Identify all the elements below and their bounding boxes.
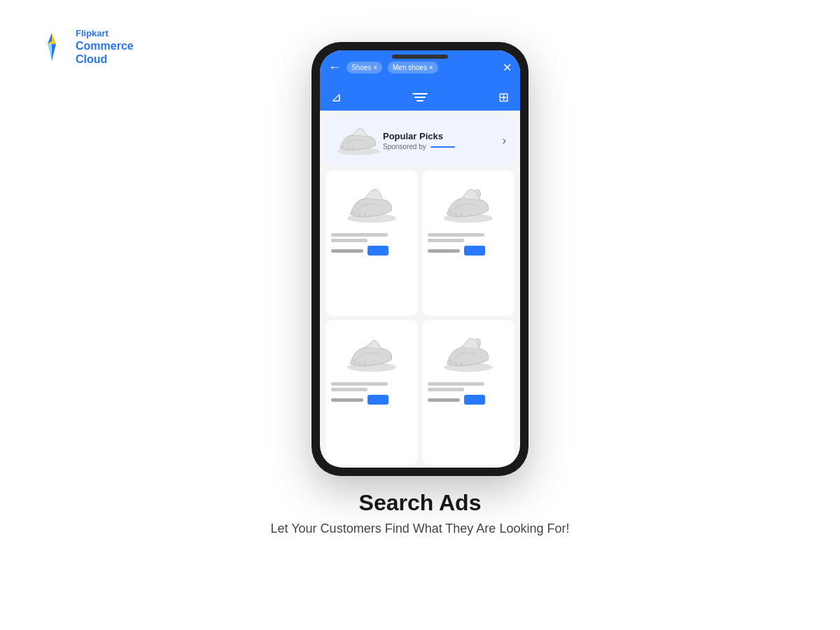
product-name-line-6 [331, 388, 368, 391]
tag-shoes[interactable]: Shoes × [346, 62, 382, 74]
svg-point-18 [353, 360, 356, 363]
tag-men-shoes[interactable]: Men shoes × [388, 62, 438, 74]
svg-point-14 [449, 211, 453, 214]
phone-outer: ← Shoes × Men shoes × ✕ ⊿ ⊞ [312, 42, 528, 476]
product-price-line-3 [331, 398, 363, 402]
svg-point-10 [353, 211, 356, 214]
svg-point-23 [454, 361, 458, 365]
product-price-badge-2 [464, 246, 485, 255]
product-shoe-1 [331, 176, 412, 229]
phone-notch [392, 55, 448, 59]
product-name-line-7 [428, 382, 484, 386]
close-icon[interactable]: ✕ [503, 61, 512, 74]
svg-point-22 [449, 360, 453, 363]
search-ads-subtitle: Let Your Customers Find What They Are Lo… [271, 522, 570, 536]
product-shoe-4 [428, 326, 509, 378]
filter-bar: ⊿ ⊞ [320, 84, 520, 111]
svg-point-6 [342, 146, 344, 148]
svg-point-20 [363, 362, 367, 365]
sponsored-label: Sponsored by [383, 143, 426, 150]
logo-cloud: Cloud [76, 52, 134, 66]
product-card-1[interactable] [326, 171, 418, 316]
product-price-line-4 [428, 398, 460, 402]
grid-icon[interactable]: ⊞ [498, 90, 509, 105]
product-name-line [331, 233, 388, 237]
svg-marker-2 [52, 41, 56, 61]
product-price-line [331, 249, 363, 253]
product-info-3 [331, 382, 412, 405]
back-arrow-icon[interactable]: ← [328, 60, 341, 75]
chevron-right-icon[interactable]: › [503, 134, 506, 147]
logo-commerce: Commerce [76, 39, 134, 52]
product-info-2 [428, 233, 509, 255]
search-ads-title: Search Ads [271, 490, 570, 516]
svg-point-24 [460, 362, 463, 365]
product-card-3[interactable] [326, 320, 418, 465]
product-card-4[interactable] [422, 320, 514, 465]
product-price-badge-4 [464, 395, 485, 405]
product-name-line-8 [428, 388, 464, 391]
filter-icon[interactable]: ⊿ [331, 90, 342, 105]
popular-picks-shoe-image [334, 123, 376, 158]
product-price-line-2 [428, 249, 460, 253]
product-shoe-2 [428, 176, 509, 229]
product-name-line-2 [331, 239, 368, 242]
product-name-line-5 [331, 382, 388, 386]
svg-point-15 [454, 212, 458, 216]
product-shoe-3 [331, 326, 412, 378]
sponsored-brand-line [430, 146, 455, 148]
flipkart-logo-icon [35, 30, 69, 64]
product-info-1 [331, 233, 412, 255]
popular-picks-title: Popular Picks [383, 131, 496, 141]
logo-area: Flipkart Commerce Cloud [35, 28, 134, 66]
svg-point-16 [460, 213, 463, 216]
product-info-4 [428, 382, 509, 405]
phone-mockup: ← Shoes × Men shoes × ✕ ⊿ ⊞ [312, 42, 528, 476]
phone-screen: ← Shoes × Men shoes × ✕ ⊿ ⊞ [320, 50, 520, 468]
svg-marker-3 [48, 41, 52, 61]
product-price-badge [368, 246, 388, 255]
popular-picks-info: Popular Picks Sponsored by [383, 131, 496, 150]
sponsored-row: Sponsored by [383, 143, 496, 150]
svg-point-19 [358, 361, 361, 365]
product-price-badge-3 [368, 395, 388, 405]
svg-point-7 [346, 147, 349, 150]
popular-picks-banner[interactable]: Popular Picks Sponsored by › [326, 116, 514, 165]
svg-point-11 [358, 212, 361, 216]
svg-point-12 [363, 213, 367, 216]
sort-icon[interactable] [412, 93, 428, 102]
product-grid [320, 168, 520, 468]
logo-text: Flipkart Commerce Cloud [76, 28, 134, 66]
product-card-2[interactable] [422, 171, 514, 316]
svg-point-8 [351, 148, 354, 150]
bottom-section: Search Ads Let Your Customers Find What … [271, 490, 570, 536]
logo-flipkart: Flipkart [76, 28, 134, 39]
product-name-line-4 [428, 239, 464, 242]
product-name-line-3 [428, 233, 484, 237]
